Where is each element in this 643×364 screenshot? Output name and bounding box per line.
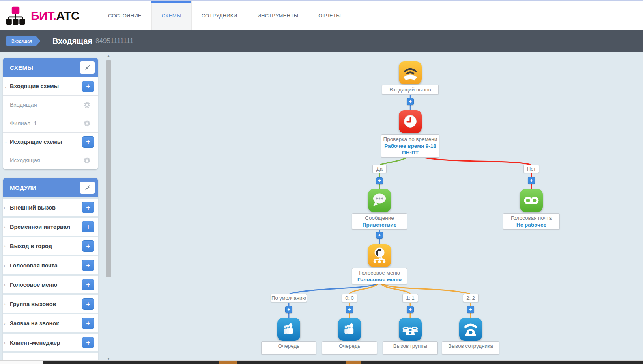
voicemail-sub: Не рабочее [505,221,558,228]
branch-label-yes: Да [372,165,387,173]
tab-shemy[interactable]: СХЕМЫ [151,1,191,30]
employee-call-label[interactable]: Вызов сотрудника [442,341,499,355]
sidebar-module-voice-menu[interactable]: › Голосовое меню + [3,274,98,293]
time-check-sub1: Рабочее время 9-18 [383,143,437,149]
sidebar-module-call-request[interactable]: › Заявка на звонок + [3,313,98,332]
sidebar-item-ishodyashchaya[interactable]: Исходящая [3,151,98,169]
people-queue-icon [338,318,361,341]
add-scheme-button[interactable]: + [82,136,94,148]
phone-icon [459,318,482,341]
add-node-button[interactable]: + [528,177,535,184]
collapse-arrows-icon [84,184,91,191]
group-call-label[interactable]: Вызов группы [383,341,438,355]
add-node-button[interactable]: + [407,306,414,313]
time-check-label[interactable]: Проверка по времени Рабочее время 9-18 П… [381,134,439,158]
incoming-call-icon [399,61,422,84]
chevron-right-icon: › [4,282,5,287]
horizontal-scrollbar[interactable] [0,360,643,364]
add-node-button[interactable]: + [376,177,383,184]
scheme-settings-button[interactable] [81,155,93,166]
scheme-settings-button[interactable] [81,118,93,129]
scrollbar-mark [219,361,237,364]
scrollbar-thumb[interactable] [106,60,111,277]
ivr-menu-icon [368,244,391,267]
tab-instrumenty[interactable]: ИНСТРУМЕНТЫ [247,1,308,30]
queue-node[interactable] [277,318,300,341]
add-scheme-button[interactable]: + [82,81,94,92]
add-node-button[interactable]: + [346,306,353,313]
sidebar-module-time-interval[interactable]: › Временной интервал + [3,216,98,236]
tab-otchety[interactable]: ОТЧЕТЫ [308,1,351,30]
sidebar-module-voicemail[interactable]: › Голосовая почта + [3,255,98,274]
schemes-panel: СХЕМЫ ⌄ Входящие схемы + Входящая Филиал… [3,58,98,169]
sidebar-item-filial-1[interactable]: Филиал_1 [3,114,98,132]
employee-call-node[interactable] [459,318,482,341]
group-call-node[interactable] [399,318,422,341]
collapse-panel-button[interactable] [80,61,95,74]
sidebar-item-label: Филиал_1 [10,120,37,126]
message-label[interactable]: Сообщение Приветствие [352,213,407,230]
gear-icon [83,157,91,164]
ivr-menu-node[interactable] [368,244,391,267]
message-node[interactable] [368,189,391,212]
add-module-button[interactable]: + [82,298,94,310]
queue-label[interactable]: Очередь [322,341,377,355]
chat-bubble-icon [368,189,391,212]
main-nav: СОСТОЯНИЕ СХЕМЫ СОТРУДНИКИ ИНСТРУМЕНТЫ О… [98,1,351,30]
logo[interactable]: БИТ.АТС [0,1,98,30]
sidebar-item-label: Исходящая [10,157,40,163]
sidebar-item-vhodyashchaya[interactable]: Входящая [3,95,98,114]
horizontal-scrollbar-thumb[interactable] [43,361,643,364]
add-node-button[interactable]: + [407,98,414,105]
voicemail-title: Голосовая почта [511,215,552,221]
sidebar-item-label: Входящая [10,102,37,108]
incoming-call-node[interactable] [399,61,422,84]
collapse-panel-button[interactable] [80,182,95,194]
clock-icon [399,110,422,133]
sidebar-module-client-manager[interactable]: › Клиент-менеджер + [3,332,98,351]
schemes-panel-title: СХЕМЫ [10,64,33,71]
tab-sotrudniki[interactable]: СОТРУДНИКИ [191,1,247,30]
module-label: Внешний вызов [10,204,56,211]
scheme-phone-number: 84951111111 [95,37,133,45]
sidebar-item-incoming-schemes[interactable]: ⌄ Входящие схемы + [3,77,98,95]
sidebar-item-outgoing-schemes[interactable]: ⌄ Исходящие схемы + [3,132,98,151]
add-module-button[interactable]: + [82,202,94,213]
voicemail-label[interactable]: Голосовая почта Не рабочее [503,213,560,230]
voicemail-node[interactable] [520,189,543,212]
scheme-settings-button[interactable] [81,99,93,110]
sidebar-module-external-call[interactable]: › Внешний вызов + [3,197,98,216]
queue-label[interactable]: Очередь [261,341,316,355]
chevron-right-icon: › [4,244,5,248]
add-module-button[interactable]: + [82,337,94,348]
breadcrumb: Входящая Входящая 84951111111 [0,30,643,52]
add-module-button[interactable]: + [82,240,94,252]
add-module-button[interactable]: + [82,260,94,271]
time-check-node[interactable] [399,110,422,133]
add-module-button[interactable]: + [82,279,94,290]
ivr-menu-label[interactable]: Голосовое меню Голосовое меню [352,268,407,284]
sidebar-module-call-group[interactable]: › Группа вызовов + [3,293,98,313]
sidebar-scrollbar: ▲ ▼ [105,54,112,362]
tab-sostoyanie[interactable]: СОСТОЯНИЕ [98,1,151,30]
module-label: Голосовое меню [10,282,57,288]
queue-node[interactable] [338,318,361,341]
branch-label-1: 1: 1 [402,294,418,302]
incoming-call-label[interactable]: Входящий вызов [382,85,439,95]
add-node-button[interactable]: + [467,306,474,313]
scheme-canvas: Входящий вызов + Проверка по времени Раб… [0,52,643,364]
chevron-down-icon: ⌄ [4,84,7,89]
sidebar-module-city-exit[interactable]: › Выход в город + [3,236,98,255]
scroll-up-arrow[interactable]: ▲ [105,54,112,58]
add-module-button[interactable]: + [82,221,94,232]
add-node-button[interactable]: + [285,306,292,313]
branch-label-0: 0: 0 [342,294,357,302]
module-label: Группа вызовов [10,301,56,307]
add-module-button[interactable]: + [82,318,94,329]
sidebar-item-label: Исходящие схемы [10,139,62,145]
chevron-down-icon: ⌄ [4,140,7,144]
collapse-arrows-icon [84,64,91,71]
time-check-sub2: ПН-ПТ [383,149,437,156]
branch-label-2: 2: 2 [463,294,479,302]
add-node-button[interactable]: + [376,232,383,239]
